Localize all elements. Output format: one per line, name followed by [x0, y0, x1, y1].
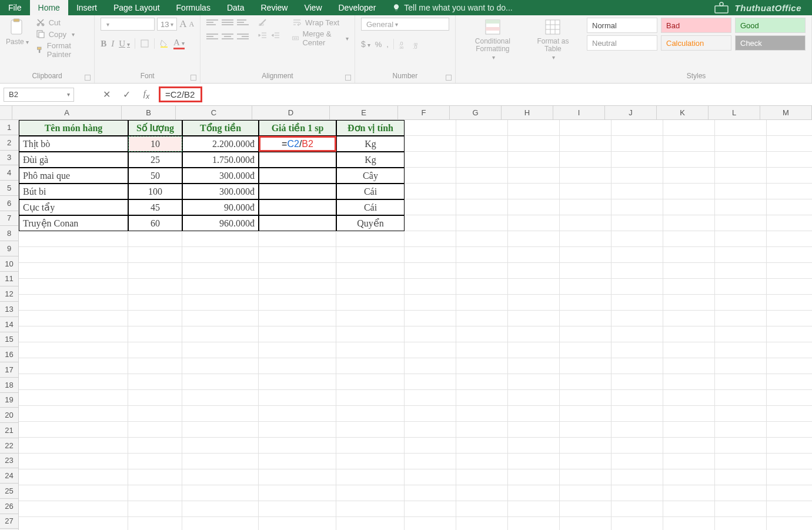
cell-D17[interactable]	[259, 374, 336, 390]
cell-G24[interactable]	[456, 485, 508, 501]
cell-B2[interactable]: 10	[128, 136, 182, 152]
row-header-3[interactable]: 3	[0, 151, 19, 166]
row-header-8[interactable]: 8	[0, 226, 19, 241]
cell-C23[interactable]	[182, 469, 259, 485]
cell-K24[interactable]	[663, 485, 715, 501]
column-headers[interactable]: ABCDEFGHIJKLM	[12, 106, 812, 120]
cell-C26[interactable]	[182, 517, 259, 530]
cell-F10[interactable]	[405, 263, 456, 279]
cell-F13[interactable]	[405, 311, 456, 326]
cell-F6[interactable]	[405, 199, 456, 215]
cell-G15[interactable]	[456, 342, 508, 358]
row-header-5[interactable]: 5	[0, 181, 19, 196]
cell-M17[interactable]	[767, 374, 812, 390]
cell-M4[interactable]	[767, 168, 812, 184]
tab-home[interactable]: Home	[30, 0, 68, 15]
cell-G14[interactable]	[456, 326, 508, 342]
align-bottom-button[interactable]	[237, 18, 249, 27]
select-all-corner[interactable]	[0, 106, 12, 120]
merge-center-button[interactable]: Merge & Center	[292, 29, 349, 47]
cell-D4[interactable]	[259, 168, 336, 184]
cells-area[interactable]: Tên món hàngSố lượngTổng tiềnGiá tiền 1 …	[19, 120, 812, 530]
cell-D9[interactable]	[259, 247, 336, 263]
cell-H11[interactable]	[508, 279, 560, 295]
cell-A17[interactable]	[19, 374, 128, 390]
row-header-4[interactable]: 4	[0, 165, 19, 181]
cell-L12[interactable]	[715, 295, 767, 311]
cell-F5[interactable]	[405, 184, 456, 199]
orientation-button[interactable]: ab	[258, 18, 268, 27]
cell-E2[interactable]: Kg	[336, 136, 405, 152]
cell-L1[interactable]	[715, 120, 767, 136]
cell-M26[interactable]	[767, 517, 812, 530]
cell-B19[interactable]	[128, 406, 182, 422]
cell-L7[interactable]	[715, 215, 767, 231]
cell-E11[interactable]	[336, 279, 405, 295]
column-header-M[interactable]: M	[760, 106, 812, 120]
cell-B23[interactable]	[128, 469, 182, 485]
cell-C3[interactable]: 1.750.000đ	[182, 152, 259, 168]
row-header-6[interactable]: 6	[0, 196, 19, 211]
cell-C1[interactable]: Tổng tiền	[182, 120, 259, 136]
cell-G5[interactable]	[456, 184, 508, 199]
cell-L8[interactable]	[715, 231, 767, 247]
cell-F26[interactable]	[405, 517, 456, 530]
clipboard-dialog-icon[interactable]	[85, 75, 91, 81]
cell-G6[interactable]	[456, 199, 508, 215]
cell-A23[interactable]	[19, 469, 128, 485]
cell-M21[interactable]	[767, 438, 812, 454]
cell-B18[interactable]	[128, 390, 182, 406]
cell-H26[interactable]	[508, 517, 560, 530]
increase-decimal-button[interactable]: .0.00	[399, 39, 408, 49]
cell-B25[interactable]	[128, 501, 182, 517]
comma-format-button[interactable]: ,	[386, 40, 389, 49]
cell-B24[interactable]	[128, 485, 182, 501]
cell-J16[interactable]	[611, 358, 663, 374]
row-header-15[interactable]: 15	[0, 332, 19, 348]
insert-function-button[interactable]: fx	[136, 89, 156, 101]
cell-G1[interactable]	[456, 120, 508, 136]
cell-D15[interactable]	[259, 342, 336, 358]
cell-H1[interactable]	[508, 120, 560, 136]
cell-K15[interactable]	[663, 342, 715, 358]
cell-A13[interactable]	[19, 311, 128, 326]
cell-J21[interactable]	[611, 438, 663, 454]
cell-F24[interactable]	[405, 485, 456, 501]
cell-C14[interactable]	[182, 326, 259, 342]
cell-J17[interactable]	[611, 374, 663, 390]
cell-I8[interactable]	[560, 231, 611, 247]
cell-K7[interactable]	[663, 215, 715, 231]
column-header-G[interactable]: G	[450, 106, 502, 120]
cell-J23[interactable]	[611, 469, 663, 485]
cell-E1[interactable]: Đơn vị tính	[336, 120, 405, 136]
style-good[interactable]: Good	[735, 18, 806, 33]
cell-K20[interactable]	[663, 422, 715, 438]
cell-D25[interactable]	[259, 501, 336, 517]
cell-A6[interactable]: Cục tẩy	[19, 199, 128, 215]
cell-G10[interactable]	[456, 263, 508, 279]
cell-G2[interactable]	[456, 136, 508, 152]
cell-E25[interactable]	[336, 501, 405, 517]
cell-J2[interactable]	[611, 136, 663, 152]
cell-C25[interactable]	[182, 501, 259, 517]
cell-E7[interactable]: Quyển	[336, 215, 405, 231]
cell-J8[interactable]	[611, 231, 663, 247]
cell-C20[interactable]	[182, 422, 259, 438]
cell-B15[interactable]	[128, 342, 182, 358]
cell-E6[interactable]: Cái	[336, 199, 405, 215]
cell-M19[interactable]	[767, 406, 812, 422]
cell-K19[interactable]	[663, 406, 715, 422]
cell-J5[interactable]	[611, 184, 663, 199]
cell-H10[interactable]	[508, 263, 560, 279]
cell-M13[interactable]	[767, 311, 812, 326]
cell-H13[interactable]	[508, 311, 560, 326]
cell-K14[interactable]	[663, 326, 715, 342]
cell-A7[interactable]: Truyện Conan	[19, 215, 128, 231]
cell-D3[interactable]	[259, 152, 336, 168]
cell-B26[interactable]	[128, 517, 182, 530]
cut-button[interactable]: Cut	[36, 18, 88, 27]
cell-F23[interactable]	[405, 469, 456, 485]
cell-M2[interactable]	[767, 136, 812, 152]
cell-L18[interactable]	[715, 390, 767, 406]
cell-K17[interactable]	[663, 374, 715, 390]
